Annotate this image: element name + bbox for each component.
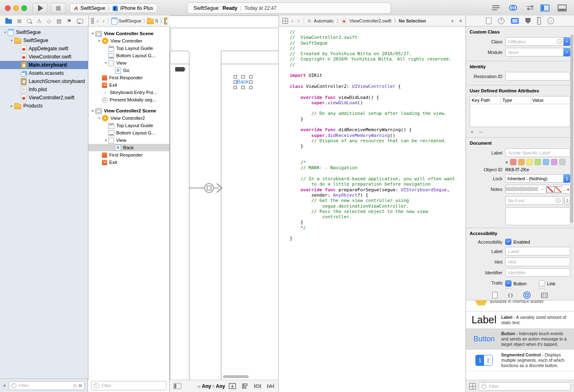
- outline-row[interactable]: First Responder: [88, 151, 169, 159]
- size-class-control[interactable]: w Any h Any: [198, 383, 225, 389]
- window-zoom-button[interactable]: [21, 5, 27, 11]
- object-library-tab[interactable]: [523, 291, 531, 299]
- disclosure-triangle[interactable]: ▾: [90, 31, 95, 36]
- file-template-library-tab[interactable]: [492, 292, 497, 298]
- library-scrollbar[interactable]: [571, 65, 573, 82]
- acc-hint-input[interactable]: [507, 259, 568, 265]
- recent-files-icon[interactable]: ◷: [73, 383, 77, 388]
- font-field[interactable]: →: [505, 196, 563, 205]
- attributes-inspector-tab[interactable]: [525, 18, 531, 24]
- outline-row[interactable]: Bottom Layout G...: [88, 52, 169, 59]
- outline-row[interactable]: First Responder: [88, 74, 169, 81]
- jump-to-class-icon[interactable]: →: [557, 39, 562, 44]
- identity-inspector-tab[interactable]: [511, 18, 519, 24]
- document-label-input[interactable]: [507, 150, 568, 156]
- debug-area-toggle[interactable]: [556, 3, 569, 13]
- class-field[interactable]: →: [505, 37, 564, 46]
- window-close-button[interactable]: [5, 5, 11, 11]
- clear-color-button[interactable]: ×: [505, 160, 508, 165]
- font-input[interactable]: [507, 198, 556, 204]
- accessibility-enabled-checkbox[interactable]: ✓: [505, 239, 511, 245]
- file-row[interactable]: Info.plist: [0, 85, 88, 94]
- back-button-selected[interactable]: Back: [234, 75, 252, 88]
- module-input[interactable]: [507, 49, 562, 55]
- lock-stepper-button[interactable]: ▴▾: [563, 174, 570, 183]
- close-editor-button[interactable]: ×: [459, 18, 462, 24]
- media-library-tab[interactable]: [541, 293, 548, 298]
- library-item[interactable]: 12Segmented Control - Displays multiple …: [466, 350, 574, 371]
- outline-row[interactable]: →Storyboard Entry Poi...: [88, 89, 169, 96]
- segue-icon[interactable]: [204, 183, 214, 193]
- color-swatch[interactable]: [518, 159, 524, 165]
- library-filter-field[interactable]: [479, 382, 571, 391]
- navigator-panel-toggle[interactable]: [538, 3, 551, 13]
- outline-row[interactable]: Present Modally seg...: [88, 96, 169, 103]
- outline-row[interactable]: ▾View Controller2 Scene: [88, 107, 169, 114]
- assistant-editor-button[interactable]: [506, 3, 520, 13]
- font-size-stepper[interactable]: ▴▾: [564, 196, 570, 205]
- trait-checkbox-item[interactable]: Link: [539, 280, 555, 287]
- add-file-button[interactable]: +: [3, 382, 6, 389]
- remove-attribute-button[interactable]: –: [479, 129, 482, 135]
- symbol-navigator-tab[interactable]: ⊞: [17, 18, 22, 24]
- jump-automatic[interactable]: Automatic: [314, 18, 334, 23]
- resize-handle[interactable]: [249, 86, 252, 89]
- file-row[interactable]: ▸Products: [0, 102, 88, 110]
- outline-row[interactable]: Top Layout Guide: [88, 45, 169, 52]
- disclosure-triangle[interactable]: ▾: [97, 116, 102, 120]
- dashed-style-button[interactable]: ---: [538, 185, 546, 193]
- horizontal-scrollbar[interactable]: [223, 375, 249, 378]
- project-navigator-tab[interactable]: [5, 19, 12, 24]
- forward-arrow-icon[interactable]: ›: [297, 19, 300, 23]
- outline-row[interactable]: ▾View Controller2: [88, 114, 169, 122]
- disclosure-triangle[interactable]: ▾: [103, 61, 108, 65]
- breakpoint-navigator-tab[interactable]: ⚑: [67, 18, 72, 24]
- file-row[interactable]: ViewController2.swift: [0, 94, 88, 102]
- file-inspector-tab[interactable]: [486, 18, 491, 24]
- inspector-scrollbar[interactable]: [570, 35, 573, 223]
- navigator-filter-field[interactable]: ◷ ⊠: [9, 381, 85, 390]
- related-items-icon[interactable]: [282, 18, 288, 24]
- font-picker-icon[interactable]: →: [556, 198, 561, 203]
- run-button[interactable]: [33, 3, 47, 13]
- more-options-button[interactable]: …▾: [562, 185, 570, 193]
- library-item-clipped[interactable]: available in Interface Builder: [466, 300, 574, 311]
- checkbox[interactable]: [539, 280, 545, 287]
- resize-handle[interactable]: [249, 75, 252, 78]
- scm-filter-icon[interactable]: ⊠: [79, 383, 82, 388]
- test-navigator-tab[interactable]: ◇: [47, 18, 51, 24]
- color-swatch[interactable]: [535, 159, 541, 165]
- color-swatch[interactable]: [527, 159, 533, 165]
- acc-hint-field[interactable]: [505, 258, 570, 266]
- outline-row[interactable]: Bottom Layout G...: [88, 129, 169, 137]
- issue-navigator-tab[interactable]: ⚠: [37, 18, 42, 24]
- debug-navigator-tab[interactable]: ▤: [56, 18, 61, 24]
- back-arrow-icon[interactable]: ‹: [96, 19, 99, 23]
- library-view-mode-icon[interactable]: [469, 383, 476, 390]
- color-swatch[interactable]: [543, 159, 549, 165]
- no-border-button[interactable]: [554, 185, 563, 193]
- outline-row[interactable]: ▾View: [88, 137, 169, 144]
- related-items-icon[interactable]: [91, 18, 94, 24]
- class-dropdown-button[interactable]: ▾: [563, 37, 570, 46]
- pin-button[interactable]: [254, 383, 261, 389]
- resize-handle[interactable]: [241, 86, 245, 89]
- navigator-filter-input[interactable]: [18, 383, 71, 388]
- scheme-selector[interactable]: A SwiftSegue 〉 iPhone 6s Plus: [70, 3, 158, 13]
- align-justify-button[interactable]: [530, 185, 538, 193]
- color-swatch[interactable]: [551, 159, 557, 165]
- code-view[interactable]: //// ViewController2.swift// SwiftSegue/…: [279, 27, 466, 242]
- add-attribute-button[interactable]: +: [470, 129, 474, 135]
- jump-file[interactable]: ViewController2.swift: [349, 18, 392, 23]
- align-left-button[interactable]: [506, 185, 514, 193]
- standard-editor-button[interactable]: [489, 3, 502, 13]
- disclosure-triangle[interactable]: ▾: [9, 38, 14, 43]
- connections-inspector-tab[interactable]: →: [547, 18, 554, 24]
- module-field[interactable]: [505, 48, 564, 56]
- notes-format-control[interactable]: --- …▾: [505, 185, 570, 194]
- color-swatch[interactable]: [510, 159, 516, 165]
- notes-text-area[interactable]: [505, 207, 570, 225]
- library-item[interactable]: LabelLabel - A variably sized amount of …: [466, 311, 574, 329]
- align-center-button[interactable]: [514, 185, 522, 193]
- outline-row[interactable]: ⇥Exit: [88, 81, 169, 89]
